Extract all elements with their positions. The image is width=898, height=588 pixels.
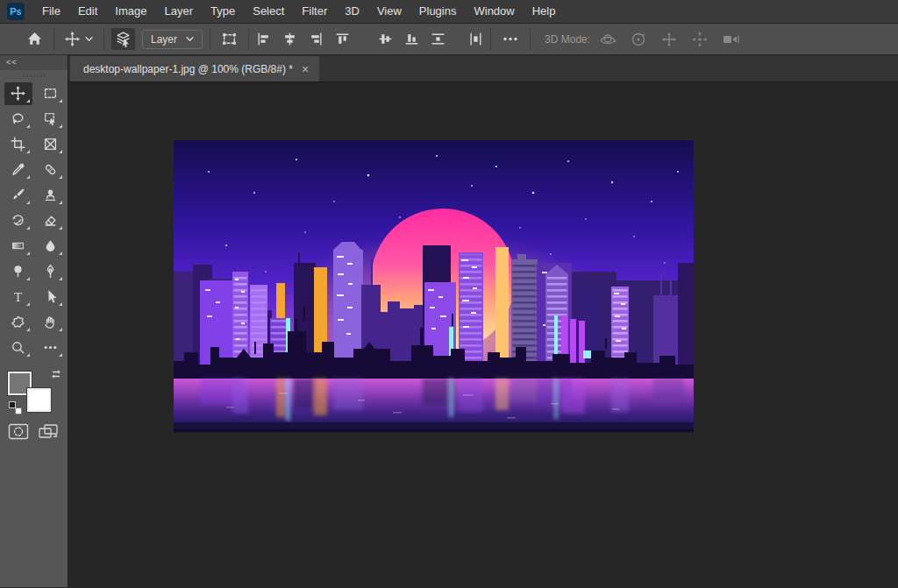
type-icon: T — [11, 289, 25, 304]
3d-roll-icon[interactable] — [630, 31, 647, 48]
more-options-icon — [502, 32, 519, 46]
object-selection-icon — [43, 111, 58, 126]
3d-slide-icon[interactable] — [691, 31, 709, 48]
dodge-icon — [11, 264, 25, 279]
pen-tool[interactable] — [37, 260, 65, 283]
menu-item-window[interactable]: Window — [465, 0, 523, 23]
distribute-horizontal-icon[interactable] — [468, 32, 483, 46]
object-selection-tool[interactable] — [37, 108, 65, 131]
menu-item-image[interactable]: Image — [106, 0, 155, 23]
blur-tool[interactable] — [37, 235, 65, 258]
auto-select-toggle[interactable] — [111, 28, 135, 50]
menu-item-select[interactable]: Select — [244, 0, 293, 23]
path-selection-icon — [43, 289, 58, 304]
zoom-tool[interactable] — [4, 337, 32, 359]
canvas-document[interactable] — [174, 140, 694, 432]
path-selection-tool[interactable] — [37, 286, 65, 308]
show-transform-controls-toggle[interactable] — [217, 28, 241, 50]
auto-select-target-dropdown[interactable]: Layer — [142, 30, 203, 49]
dodge-tool[interactable] — [4, 260, 32, 283]
show-transform-controls-icon — [221, 31, 238, 47]
clone-stamp-tool[interactable] — [37, 184, 65, 207]
document-tab-title: desktop-wallpaper-1.jpg @ 100% (RGB/8#) … — [83, 63, 293, 75]
eyedropper-icon — [11, 162, 25, 177]
separator — [210, 29, 210, 50]
3d-zoom-icon[interactable] — [722, 31, 741, 48]
align-middle-icon[interactable] — [378, 32, 393, 46]
separator — [490, 29, 491, 50]
edit-toolbar[interactable] — [37, 337, 65, 359]
lasso-icon — [11, 111, 25, 126]
document-area: desktop-wallpaper-1.jpg @ 100% (RGB/8#) … — [68, 55, 898, 587]
separator — [103, 29, 104, 50]
tool-preset-button[interactable] — [61, 29, 96, 49]
3d-mode-label: 3D Mode: — [545, 33, 590, 46]
separator — [53, 29, 54, 50]
menu-item-filter[interactable]: Filter — [293, 0, 336, 23]
quick-mask-button[interactable] — [8, 423, 29, 440]
spot-healing-brush-tool[interactable] — [37, 159, 65, 181]
custom-shape-icon — [11, 315, 25, 329]
photoshop-logo[interactable]: Ps — [7, 3, 25, 20]
lasso-tool[interactable] — [4, 108, 32, 131]
menu-item-edit[interactable]: Edit — [69, 0, 106, 23]
canvas-pasteboard[interactable] — [68, 82, 898, 587]
pen-icon — [43, 264, 58, 279]
eraser-tool[interactable] — [37, 209, 65, 232]
rectangular-marquee-tool[interactable] — [37, 82, 65, 105]
3d-pan-icon[interactable] — [660, 31, 678, 48]
tab-strip: desktop-wallpaper-1.jpg @ 100% (RGB/8#) … — [68, 55, 898, 82]
align-right-icon[interactable] — [309, 32, 324, 46]
zoom-icon — [11, 340, 25, 355]
move-tool[interactable] — [4, 82, 32, 105]
menu-item-type[interactable]: Type — [202, 0, 244, 23]
separator — [530, 29, 531, 50]
menu-item-3d[interactable]: 3D — [336, 0, 368, 23]
type-tool[interactable]: T — [4, 286, 32, 308]
default-foreground-square — [9, 401, 16, 408]
tool-grid: T — [0, 81, 68, 360]
crop-tool[interactable] — [4, 133, 32, 156]
distribute-vertical-icon[interactable] — [431, 32, 445, 46]
gradient-icon — [11, 238, 25, 253]
custom-shape-tool[interactable] — [4, 311, 32, 334]
home-button[interactable] — [23, 28, 46, 50]
menu-item-plugins[interactable]: Plugins — [410, 0, 466, 23]
brush-icon — [11, 188, 25, 202]
menu-item-file[interactable]: File — [33, 0, 69, 23]
auto-select-layers-icon — [115, 31, 132, 47]
move-tool-icon — [11, 86, 25, 101]
brush-tool[interactable] — [4, 184, 32, 207]
panel-grip[interactable] — [23, 74, 46, 77]
history-brush-icon — [11, 213, 25, 228]
eyedropper-tool[interactable] — [4, 159, 32, 181]
align-top-icon[interactable] — [335, 32, 350, 46]
align-bottom-icon[interactable] — [404, 32, 419, 46]
history-brush-tool[interactable] — [4, 209, 32, 232]
align-left-icon[interactable] — [256, 32, 271, 46]
menu-item-help[interactable]: Help — [524, 0, 565, 23]
menu-items: FileEditImageLayerTypeSelectFilter3DView… — [33, 0, 564, 23]
frame-icon — [43, 137, 58, 152]
frame-tool[interactable] — [37, 133, 65, 156]
background-color-swatch[interactable] — [27, 388, 51, 412]
gradient-tool[interactable] — [4, 235, 32, 258]
menu-item-view[interactable]: View — [368, 0, 410, 23]
wallpaper-image — [174, 140, 694, 432]
hand-icon — [43, 315, 58, 329]
more-options-button[interactable] — [498, 29, 523, 49]
align-center-horizontal-icon[interactable] — [282, 32, 297, 46]
hand-tool[interactable] — [37, 311, 65, 334]
3d-orbit-icon[interactable] — [599, 31, 616, 48]
tab-close-icon[interactable]: × — [302, 63, 309, 75]
options-bar: Layer — [0, 24, 898, 55]
screen-mode-button[interactable] — [38, 423, 61, 441]
document-tab[interactable]: desktop-wallpaper-1.jpg @ 100% (RGB/8#) … — [70, 56, 319, 81]
swap-colors-icon[interactable] — [50, 368, 62, 380]
crop-icon — [11, 137, 25, 152]
menu-item-layer[interactable]: Layer — [156, 0, 203, 23]
chevron-down-icon — [186, 36, 194, 42]
collapse-panel-button[interactable]: << — [0, 55, 68, 70]
auto-select-value: Layer — [151, 33, 177, 46]
default-colors-icon[interactable] — [9, 401, 22, 414]
